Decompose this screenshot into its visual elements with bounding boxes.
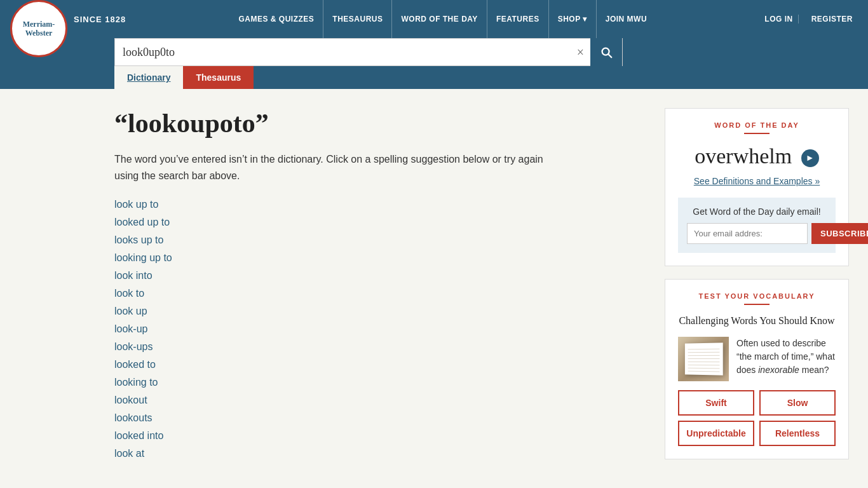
suggestion-7[interactable]: look-up (114, 323, 646, 335)
logo-area: Merriam- Webster SINCE 1828 (10, 0, 126, 48)
nav-wotd[interactable]: WORD OF THE DAY (392, 0, 487, 38)
search-row: × Dictionary Thesaurus (0, 38, 868, 89)
search-icon (599, 45, 613, 59)
answer-slow[interactable]: Slow (759, 390, 836, 416)
answer-swift[interactable]: Swift (678, 390, 754, 416)
not-found-message: The word you’ve entered isn’t in the dic… (114, 151, 546, 184)
vocab-desc-suffix: mean? (799, 365, 829, 375)
vocab-divider (744, 304, 770, 305)
auth-links: LOG IN REGISTER (759, 15, 858, 24)
suggestion-1[interactable]: looked up to (114, 217, 646, 228)
tab-dictionary[interactable]: Dictionary (114, 66, 183, 89)
suggestions-list: look up to looked up to looks up to look… (114, 199, 646, 459)
since-label: SINCE 1828 (74, 15, 126, 24)
vocab-box: TEST YOUR VOCABULARY Challenging Words Y… (665, 279, 849, 459)
vocab-word-em: inexorable (758, 365, 799, 375)
answer-buttons: Swift Slow Unpredictable Relentless (678, 390, 836, 446)
suggestion-13[interactable]: looked into (114, 430, 646, 442)
suggestion-0[interactable]: look up to (114, 199, 646, 210)
answer-relentless[interactable]: Relentless (759, 421, 836, 446)
vocab-title: Challenging Words You Should Know (678, 314, 836, 328)
book-pages (685, 343, 723, 376)
wotd-word-text: overwhelm (695, 144, 792, 168)
book-illustration (678, 337, 729, 381)
nav-thesaurus[interactable]: THESAURUS (323, 0, 392, 38)
suggestion-8[interactable]: look-ups (114, 341, 646, 353)
wotd-email-promo-text: Get Word of the Day daily email! (687, 207, 827, 217)
suggestion-10[interactable]: looking to (114, 377, 646, 388)
suggestion-6[interactable]: look up (114, 306, 646, 317)
clear-search-button[interactable]: × (571, 45, 590, 60)
nav-join[interactable]: JOIN MWU (597, 0, 656, 38)
logo-text-webster: Webster (25, 29, 53, 37)
vocab-image-row: Often used to describe “the march of tim… (678, 337, 836, 381)
sidebar: WORD OF THE DAY overwhelm ► See Definiti… (665, 108, 849, 466)
wotd-word: overwhelm ► (678, 144, 836, 168)
main-nav: GAMES & QUIZZES THESAURUS WORD OF THE DA… (136, 0, 749, 38)
suggestion-4[interactable]: look into (114, 270, 646, 281)
vocab-description: Often used to describe “the march of tim… (736, 337, 836, 377)
logo[interactable]: Merriam- Webster (10, 0, 67, 57)
suggestion-9[interactable]: looked to (114, 359, 646, 370)
email-row: SUBSCRIBE (687, 223, 827, 244)
wotd-box: WORD OF THE DAY overwhelm ► See Definiti… (665, 108, 849, 266)
suggestion-2[interactable]: looks up to (114, 234, 646, 246)
audio-button[interactable]: ► (801, 149, 819, 167)
vocab-section-label: TEST YOUR VOCABULARY (678, 292, 836, 300)
login-link[interactable]: LOG IN (759, 15, 798, 24)
search-input[interactable] (115, 46, 571, 59)
main-content: “lookoupoto” The word you’ve entered isn… (0, 89, 868, 485)
wotd-email-promo: Get Word of the Day daily email! SUBSCRI… (678, 198, 836, 253)
suggestion-14[interactable]: look at (114, 448, 646, 459)
header: Merriam- Webster SINCE 1828 GAMES & QUIZ… (0, 0, 868, 38)
page-heading: “lookoupoto” (114, 108, 646, 139)
subscribe-button[interactable]: SUBSCRIBE (811, 223, 868, 244)
register-link[interactable]: REGISTER (806, 15, 858, 24)
content-area: “lookoupoto” The word you’ve entered isn… (114, 108, 646, 466)
search-button[interactable] (590, 38, 622, 66)
vocab-image (678, 337, 729, 381)
suggestion-3[interactable]: looking up to (114, 252, 646, 264)
wotd-section-label: WORD OF THE DAY (678, 121, 836, 129)
suggestion-12[interactable]: lookouts (114, 412, 646, 424)
tab-thesaurus[interactable]: Thesaurus (183, 66, 254, 89)
nav-features[interactable]: FEATURES (487, 0, 549, 38)
search-tabs: Dictionary Thesaurus (114, 66, 623, 89)
search-bar: × (114, 38, 623, 66)
suggestion-5[interactable]: look to (114, 288, 646, 299)
logo-text-merriam: Merriam- (23, 20, 55, 29)
nav-games[interactable]: GAMES & QUIZZES (229, 0, 323, 38)
wotd-divider (744, 133, 770, 134)
nav-shop[interactable]: SHOP ▾ (549, 0, 597, 38)
answer-unpredictable[interactable]: Unpredictable (678, 421, 754, 446)
email-input[interactable] (687, 223, 808, 244)
wotd-see-link[interactable]: See Definitions and Examples » (678, 176, 836, 186)
suggestion-11[interactable]: lookout (114, 395, 646, 406)
